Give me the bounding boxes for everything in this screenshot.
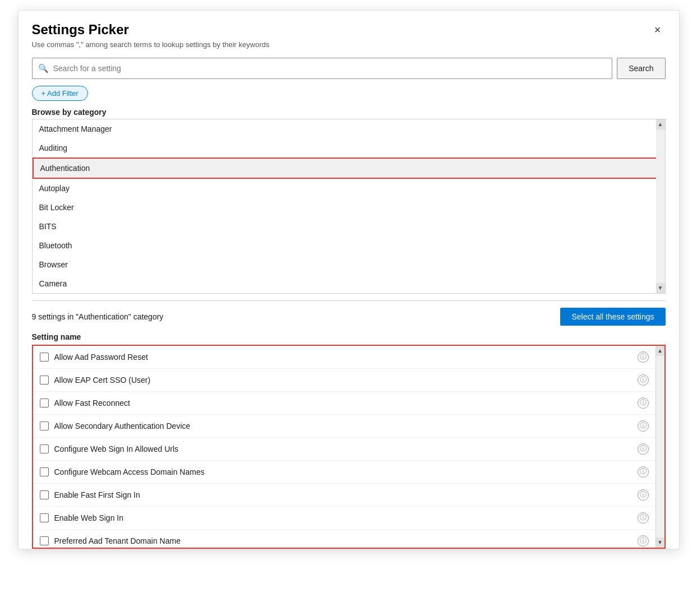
setting-name: Enable Fast First Sign In [54,490,638,499]
list-item[interactable]: Configure Web Sign In Allowed Urls ⓘ [33,438,656,461]
settings-scrollbar[interactable]: ▲ ▼ [656,346,664,548]
list-item[interactable]: Enable Fast First Sign In ⓘ [33,484,656,507]
list-item[interactable]: Allow Secondary Authentication Device ⓘ [33,415,656,438]
search-input[interactable] [53,64,607,73]
category-item[interactable]: Bit Locker [33,198,665,217]
info-icon[interactable]: ⓘ [638,420,649,432]
settings-scrollable: Allow Aad Password Reset ⓘ Allow EAP Cer… [33,346,664,548]
search-row: 🔍 Search [19,53,679,84]
settings-picker-dialog: Settings Picker Use commas "," among sea… [18,10,680,549]
setting-checkbox[interactable] [40,399,49,407]
scroll-up-arrow[interactable]: ▲ [656,119,665,129]
setting-checkbox[interactable] [40,376,49,385]
dialog-title: Settings Picker [32,22,270,38]
filter-row: + Add Filter [19,84,679,105]
list-item[interactable]: Allow EAP Cert SSO (User) ⓘ [33,369,656,392]
info-icon[interactable]: ⓘ [638,512,649,524]
category-item-authentication[interactable]: Authentication [33,158,665,179]
setting-checkbox[interactable] [40,513,49,522]
setting-name: Enable Web Sign In [54,513,638,522]
setting-name: Allow EAP Cert SSO (User) [54,376,638,385]
category-item[interactable]: Autoplay [33,179,665,198]
settings-header-row: 9 settings in "Authentication" category … [32,308,666,326]
setting-name: Allow Aad Password Reset [54,353,638,362]
dialog-subtitle: Use commas "," among search terms to loo… [32,40,270,49]
settings-scroll-down[interactable]: ▼ [656,538,664,548]
settings-count: 9 settings in "Authentication" category [32,312,164,321]
info-icon[interactable]: ⓘ [638,443,649,455]
list-item[interactable]: Preferred Aad Tenant Domain Name ⓘ [33,530,656,548]
settings-list-container: Allow Aad Password Reset ⓘ Allow EAP Cer… [32,345,666,549]
category-item[interactable]: BITS [33,217,665,236]
dialog-title-block: Settings Picker Use commas "," among sea… [32,22,270,49]
close-button[interactable]: × [650,22,666,38]
setting-name: Preferred Aad Tenant Domain Name [54,536,638,545]
setting-checkbox[interactable] [40,353,49,362]
info-icon[interactable]: ⓘ [638,397,649,409]
search-button[interactable]: Search [617,58,665,79]
setting-name: Configure Webcam Access Domain Names [54,467,638,476]
list-item[interactable]: Enable Web Sign In ⓘ [33,507,656,530]
setting-checkbox[interactable] [40,490,49,499]
category-item[interactable]: Bluetooth [33,236,665,255]
dialog-header: Settings Picker Use commas "," among sea… [19,11,679,53]
category-item[interactable]: Browser [33,255,665,274]
info-icon[interactable]: ⓘ [638,489,649,501]
category-scrollbar[interactable]: ▲ ▼ [656,119,665,293]
settings-list: Allow Aad Password Reset ⓘ Allow EAP Cer… [33,346,656,548]
setting-checkbox[interactable] [40,422,49,430]
browse-section: Browse by category Attachment Manager Au… [19,105,679,294]
info-icon[interactable]: ⓘ [638,535,649,546]
settings-column-header: Setting name [32,330,666,345]
info-icon[interactable]: ⓘ [638,466,649,478]
setting-name: Configure Web Sign In Allowed Urls [54,444,638,453]
settings-section: 9 settings in "Authentication" category … [19,301,679,549]
setting-checkbox[interactable] [40,536,49,545]
info-icon[interactable]: ⓘ [638,351,649,363]
select-all-button[interactable]: Select all these settings [560,308,665,326]
category-list: Attachment Manager Auditing Authenticati… [33,119,665,293]
category-list-container: Attachment Manager Auditing Authenticati… [32,119,666,294]
list-item[interactable]: Allow Aad Password Reset ⓘ [33,346,656,369]
settings-scroll-up[interactable]: ▲ [656,346,664,356]
add-filter-button[interactable]: + Add Filter [32,86,88,101]
setting-checkbox[interactable] [40,444,49,453]
list-item[interactable]: Configure Webcam Access Domain Names ⓘ [33,461,656,484]
category-item[interactable]: Attachment Manager [33,119,665,138]
search-input-wrapper: 🔍 [32,58,613,79]
list-item[interactable]: Allow Fast Reconnect ⓘ [33,392,656,415]
setting-name: Allow Fast Reconnect [54,399,638,407]
info-icon[interactable]: ⓘ [638,374,649,386]
category-item[interactable]: Auditing [33,138,665,158]
setting-name: Allow Secondary Authentication Device [54,422,638,430]
scroll-down-arrow[interactable]: ▼ [656,283,665,293]
setting-checkbox[interactable] [40,467,49,476]
browse-title: Browse by category [32,108,666,117]
category-item[interactable]: Camera [33,274,665,293]
search-icon: 🔍 [38,63,49,73]
